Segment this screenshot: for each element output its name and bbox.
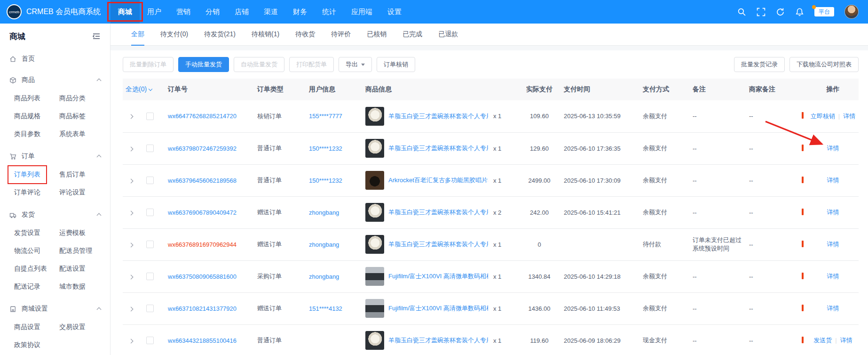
nav-item[interactable]: 用户 xyxy=(140,0,169,24)
tab[interactable]: 待评价 xyxy=(331,24,351,45)
user-info-link[interactable]: zhongbang xyxy=(309,209,339,216)
action-link[interactable]: 详情 xyxy=(827,145,839,152)
action-link[interactable]: 详情 xyxy=(827,273,839,280)
sidebar-item-home[interactable]: 首页 xyxy=(0,49,110,69)
order-number-link[interactable]: wx663796456062189568 xyxy=(168,177,237,184)
nav-item[interactable]: 设置 xyxy=(380,0,409,24)
fullscreen-icon[interactable] xyxy=(757,8,765,16)
product-name-link[interactable]: 羊脂玉白瓷三才盖碗茶杯套装个人专用不... xyxy=(388,208,488,217)
order-number-link[interactable]: wx663710821431377920 xyxy=(168,305,237,312)
collapse-sidebar-icon[interactable] xyxy=(92,32,101,40)
toolbar-button[interactable]: 批量删除订单 xyxy=(123,57,174,72)
user-info-link[interactable]: 150****1232 xyxy=(309,145,342,152)
tab[interactable]: 待收货 xyxy=(295,24,315,45)
action-link[interactable]: 立即核销 xyxy=(811,113,835,120)
sidebar-item[interactable]: 商品列表 xyxy=(14,89,40,107)
sidebar-item[interactable]: 类目参数 xyxy=(14,125,40,143)
expand-row-icon[interactable] xyxy=(129,146,134,151)
sidebar-item[interactable]: 商品设置 xyxy=(14,318,40,336)
select-all-dropdown[interactable]: 全选(0) xyxy=(126,85,152,94)
nav-item[interactable]: 财务 xyxy=(285,0,315,24)
toolbar-button[interactable]: 手动批量发货 xyxy=(178,57,229,72)
sidebar-item[interactable]: 运费模板 xyxy=(59,224,86,242)
product-name-link[interactable]: 羊脂玉白瓷三才盖碗茶杯套装个人专用不... xyxy=(388,144,488,153)
product-name-link[interactable]: Fujifilm/富士X100VI 高清微单数码相机随... xyxy=(388,272,488,281)
expand-row-icon[interactable] xyxy=(129,274,134,279)
search-icon[interactable] xyxy=(737,8,746,16)
tab[interactable]: 已退款 xyxy=(438,24,458,45)
sidebar-item[interactable]: 配送员管理 xyxy=(59,242,92,260)
sidebar-section-header[interactable]: 商城设置 xyxy=(0,298,110,318)
order-number-link[interactable]: wx663769067890409472 xyxy=(168,209,237,216)
sidebar-item[interactable]: 城市数据 xyxy=(59,278,86,296)
sidebar-section-header[interactable]: 发货 xyxy=(0,203,110,224)
nav-item[interactable]: 渠道 xyxy=(256,0,285,24)
sidebar-item[interactable]: 交易设置 xyxy=(59,318,86,336)
product-name-link[interactable]: 羊脂玉白瓷三才盖碗茶杯套装个人专用不... xyxy=(388,112,488,121)
nav-item[interactable]: 统计 xyxy=(315,0,344,24)
nav-item[interactable]: 店铺 xyxy=(227,0,256,24)
sidebar-item[interactable]: 系统表单 xyxy=(59,125,86,143)
user-info-link[interactable]: 150****1232 xyxy=(309,177,342,184)
expand-row-icon[interactable] xyxy=(129,242,134,247)
product-name-link[interactable]: Arkrocket百老汇复古多功能黑胶唱片机C... xyxy=(388,176,488,185)
expand-row-icon[interactable] xyxy=(129,210,134,215)
sidebar-item[interactable]: 商品规格 xyxy=(14,107,40,125)
product-name-link[interactable]: 羊脂玉白瓷三才盖碗茶杯套装个人专用不... xyxy=(388,240,488,249)
sidebar-item[interactable]: 配送设置 xyxy=(59,260,86,278)
order-number-link[interactable]: wx664776268285214720 xyxy=(168,113,237,120)
expand-row-icon[interactable] xyxy=(129,114,134,119)
row-checkbox[interactable] xyxy=(146,113,154,120)
refresh-icon[interactable] xyxy=(776,8,785,16)
sidebar-item[interactable]: 售后订单 xyxy=(59,166,86,184)
product-name-link[interactable]: 羊脂玉白瓷三才盖碗茶杯套装个人专用不... xyxy=(388,336,488,345)
expand-row-icon[interactable] xyxy=(129,307,134,311)
expand-row-icon[interactable] xyxy=(129,339,134,343)
avatar[interactable] xyxy=(844,5,859,19)
platform-badge[interactable]: 平台 xyxy=(814,7,834,16)
row-checkbox[interactable] xyxy=(146,273,154,280)
action-link[interactable]: 详情 xyxy=(827,177,839,184)
sidebar-section-header[interactable]: 订单 xyxy=(0,145,110,166)
tab[interactable]: 待支付(0) xyxy=(160,24,188,45)
user-info-link[interactable]: 155****7777 xyxy=(309,113,342,120)
action-link[interactable]: 发送货 xyxy=(813,337,832,344)
action-link[interactable]: 详情 xyxy=(827,305,839,312)
row-checkbox[interactable] xyxy=(146,145,154,152)
toolbar-button[interactable]: 订单核销 xyxy=(377,57,415,72)
bell-icon[interactable] xyxy=(795,8,804,16)
toolbar-button[interactable]: 打印配货单 xyxy=(289,57,334,72)
order-number-link[interactable]: wx663750809065881600 xyxy=(168,273,237,280)
row-checkbox[interactable] xyxy=(146,305,154,312)
user-info-link[interactable]: zhongbang xyxy=(309,273,339,280)
action-link[interactable]: 详情 xyxy=(840,337,852,344)
sidebar-item[interactable]: 发货设置 xyxy=(14,224,40,242)
nav-item[interactable]: 营销 xyxy=(169,0,198,24)
tab[interactable]: 已核销 xyxy=(367,24,387,45)
sidebar-item[interactable]: 订单列表 xyxy=(14,166,40,184)
action-link[interactable]: 详情 xyxy=(827,241,839,248)
sidebar-item[interactable]: 自提点列表 xyxy=(14,260,47,278)
order-number-link[interactable]: wx663798072467259392 xyxy=(168,145,237,152)
order-number-link[interactable]: wx663443218855100416 xyxy=(168,337,237,344)
user-info-link[interactable]: 151****4132 xyxy=(309,305,342,312)
toolbar-button[interactable]: 批量发货记录 xyxy=(734,57,785,72)
sidebar-item[interactable]: 评论设置 xyxy=(59,184,86,202)
sidebar-item[interactable]: 配送记录 xyxy=(14,278,40,296)
sidebar-item[interactable]: 物流公司 xyxy=(14,242,40,260)
nav-item[interactable]: 应用端 xyxy=(344,0,380,24)
sidebar-item[interactable]: 商品标签 xyxy=(59,107,86,125)
sidebar-item[interactable]: 订单评论 xyxy=(14,184,40,202)
sidebar-section-header[interactable]: 商品 xyxy=(0,69,110,89)
toolbar-button[interactable]: 自动批量发货 xyxy=(234,57,284,72)
action-link[interactable]: 详情 xyxy=(843,113,855,120)
row-checkbox[interactable] xyxy=(146,177,154,184)
toolbar-button[interactable]: 导出 xyxy=(339,57,372,72)
tab[interactable]: 全部 xyxy=(131,24,144,45)
expand-row-icon[interactable] xyxy=(129,178,134,183)
row-checkbox[interactable] xyxy=(146,209,154,216)
toolbar-button[interactable]: 下载物流公司对照表 xyxy=(789,57,859,72)
sidebar-item[interactable]: 商品分类 xyxy=(59,89,86,107)
sidebar-item[interactable]: 政策协议 xyxy=(14,336,40,354)
nav-item[interactable]: 商城 xyxy=(110,0,140,24)
